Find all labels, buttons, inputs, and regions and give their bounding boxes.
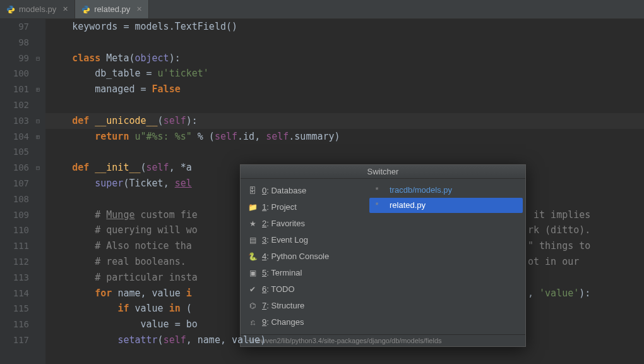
switcher-item-label: 0: Database	[262, 184, 306, 198]
fold-gutter: ⊟⊞⊟⊞⊟	[34, 19, 45, 364]
switcher-item-label: 2: Favorites	[262, 217, 305, 231]
switcher-item-label: 7: Structure	[262, 299, 304, 313]
switcher-popup: Switcher 🗄0: Database📁1: Project★2: Favo…	[240, 164, 526, 347]
switcher-file-label: related.py	[390, 198, 426, 212]
fold-toggle-icon[interactable]: ⊟	[36, 165, 42, 171]
editor-tab[interactable]: related.py✕	[75, 0, 149, 18]
modified-indicator-icon: *	[374, 198, 379, 212]
switcher-item-label: 4: Python Console	[262, 250, 329, 264]
python-file-icon	[81, 5, 90, 14]
line-number: 116	[0, 317, 29, 332]
line-number: 102	[0, 97, 29, 113]
switcher-toolwindow-item[interactable]: ⌬7: Structure	[241, 298, 367, 314]
line-number: 100	[0, 66, 29, 82]
switcher-toolwindows: 🗄0: Database📁1: Project★2: Favorites▤3: …	[241, 179, 367, 334]
line-number: 117	[0, 332, 29, 348]
py-icon: 🐍	[248, 250, 257, 264]
switcher-toolwindow-item[interactable]: 🐍4: Python Console	[241, 248, 367, 265]
folder-icon: 📁	[248, 200, 257, 214]
switcher-toolwindow-item[interactable]: ★2: Favorites	[241, 215, 367, 232]
vcs-icon: ⎌	[248, 315, 257, 329]
switcher-item-label: 3: Event Log	[262, 233, 308, 247]
switcher-item-label: 1: Project	[262, 200, 297, 214]
switcher-footer-path: ~/newven2/lib/python3.4/site-packages/dj…	[241, 334, 525, 346]
line-number: 108	[0, 191, 29, 207]
line-number: 98	[0, 35, 29, 51]
switcher-toolwindow-item[interactable]: ✔6: TODO	[241, 281, 367, 298]
line-number: 97	[0, 19, 29, 35]
line-number: 109	[0, 207, 29, 223]
switcher-title: Switcher	[241, 165, 525, 179]
line-number: 101	[0, 82, 29, 97]
log-icon: ▤	[248, 233, 257, 247]
switcher-toolwindow-item[interactable]: 🗄0: Database	[241, 183, 367, 199]
line-number: 106	[0, 160, 29, 176]
fold-toggle-icon[interactable]: ⊞	[36, 134, 42, 140]
db-icon: 🗄	[248, 184, 257, 198]
todo-icon: ✔	[248, 282, 257, 296]
switcher-toolwindow-item[interactable]: ⎌9: Changes	[241, 314, 367, 331]
switcher-toolwindow-item[interactable]: ▣5: Terminal	[241, 265, 367, 281]
line-number-gutter: 9798991001011021031041051061071081091101…	[0, 19, 34, 364]
close-icon[interactable]: ✕	[63, 5, 68, 13]
tab-label: models.py	[19, 4, 56, 14]
switcher-item-label: 6: TODO	[262, 282, 295, 296]
line-number: 112	[0, 254, 29, 270]
switcher-item-label: 9: Changes	[262, 315, 304, 329]
editor-tabbar: models.py✕related.py✕	[0, 0, 644, 19]
line-number: 99	[0, 51, 29, 66]
fold-toggle-icon[interactable]: ⊞	[36, 87, 42, 93]
switcher-file-label: tracdb/models.py	[390, 183, 452, 197]
close-icon[interactable]: ✕	[136, 5, 142, 13]
line-number: 114	[0, 286, 29, 301]
line-number: 105	[0, 144, 29, 160]
switcher-files: *tracdb/models.py*related.py	[367, 179, 525, 334]
line-number: 113	[0, 270, 29, 286]
fold-toggle-icon[interactable]: ⊟	[36, 118, 42, 124]
tab-label: related.py	[94, 4, 130, 14]
fold-toggle-icon[interactable]: ⊟	[36, 56, 42, 62]
struct-icon: ⌬	[248, 299, 257, 313]
switcher-file-item[interactable]: *tracdb/models.py	[369, 183, 523, 198]
switcher-toolwindow-item[interactable]: ▤3: Event Log	[241, 232, 367, 248]
line-number: 103	[0, 113, 29, 129]
term-icon: ▣	[248, 266, 257, 280]
line-number: 107	[0, 176, 29, 191]
switcher-toolwindow-item[interactable]: 📁1: Project	[241, 199, 367, 215]
line-number: 115	[0, 301, 29, 317]
editor-tab[interactable]: models.py✕	[0, 0, 75, 18]
star-icon: ★	[248, 217, 257, 231]
switcher-item-label: 5: Terminal	[262, 266, 302, 280]
modified-indicator-icon: *	[374, 183, 379, 197]
switcher-file-item[interactable]: *related.py	[369, 198, 523, 213]
line-number: 111	[0, 238, 29, 254]
line-number: 110	[0, 222, 29, 238]
python-file-icon	[6, 5, 15, 14]
line-number: 104	[0, 129, 29, 145]
